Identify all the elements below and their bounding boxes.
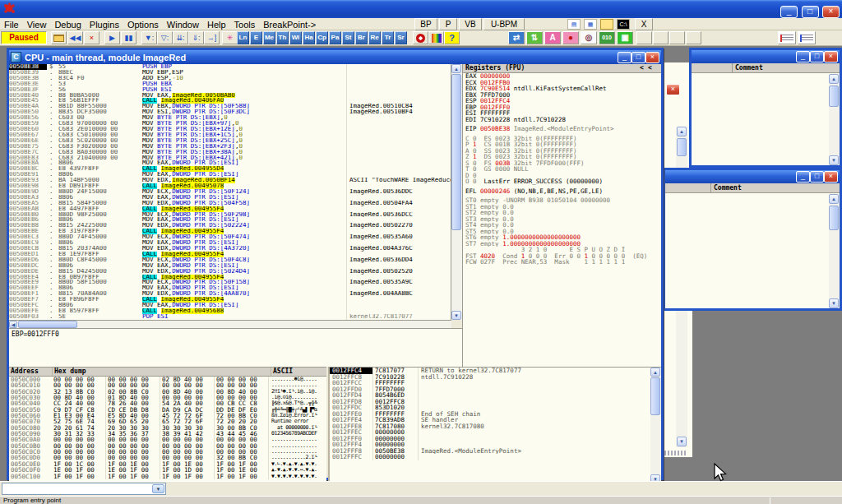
log-list-button[interactable] (778, 31, 796, 44)
register-line[interactable]: C 0 ES 0023 32bit 0(FFFFFFFF) (463, 136, 661, 142)
close-icon[interactable]: × (824, 51, 838, 62)
restore-button[interactable]: □ (810, 171, 824, 183)
register-line[interactable]: EDI 7C910228 ntdll.7C910228 (463, 117, 661, 123)
disasm-row[interactable]: 0050BE59.C683 97000000 00MOV BYTE PTR DS… (9, 121, 451, 127)
stack-row[interactable]: 0012FFD80012FFC8 (330, 399, 661, 405)
swap-button[interactable]: ⇄ (508, 31, 525, 44)
disasm-row[interactable]: 0050BEB8.8B15 24225000MOV EDX,DWORD PTR … (9, 223, 451, 229)
matrix-button[interactable]: 010 (599, 31, 615, 44)
register-line[interactable]: EFL 00000246 (NO,NB,E,BE,NS,PE,GE,LE) (463, 188, 661, 195)
register-line[interactable]: D 0 (463, 173, 661, 179)
scrollbar[interactable]: ▲ ▼ (829, 74, 840, 165)
stack-row[interactable]: 0012FFCCFFFFFFFF (330, 380, 661, 386)
disasm-row[interactable]: 0050BECB.8B15 20374A00MOV EDX,DWORD PTR … (9, 246, 451, 252)
disasm-row[interactable]: 0050BE60.C683 2E010000 00MOV BYTE PTR DS… (9, 127, 451, 132)
disasm-row[interactable]: 0050BE98.E8 DB91F8FFCALL ImageRed.004950… (9, 183, 451, 189)
minimize-button[interactable]: _ (780, 6, 798, 18)
pane-button-wi[interactable]: Wi (289, 31, 302, 44)
dump-row[interactable]: 0050C1001F 00 1F 001F 00 1F 001F 00 1F 0… (9, 474, 326, 479)
disasm-row[interactable]: 0050BEE9.8B0D 58F15000MOV ECX,DWORD PTR … (9, 280, 451, 285)
scroll-down-icon[interactable]: ▼ (451, 311, 461, 320)
info-pane[interactable]: EBP=0012FFF0 (9, 328, 462, 367)
pane-button-th[interactable]: Th (276, 31, 289, 44)
scroll-down-icon[interactable]: ▼ (650, 474, 660, 481)
disasm-row[interactable]: 0050BEA3.8B06MOV EAX,DWORD PTR DS:[ESI] (9, 195, 451, 201)
disasm-row[interactable]: 0050BEDC.8B06MOV EAX,DWORD PTR DS:[ESI] (9, 263, 451, 269)
pane-button-tr[interactable]: Tr (382, 31, 394, 44)
register-line[interactable]: ST2 empty 0.0 (463, 210, 661, 216)
pane-button-cp[interactable]: Cp (316, 31, 328, 44)
register-line[interactable]: EDX 7C90E514 ntdll.KiFastSystemCallRet (463, 86, 661, 92)
register-line[interactable]: Z 1 DS 0023 32bit 0(FFFFFFFF) (463, 154, 661, 160)
pane-button-br[interactable]: Br (355, 31, 368, 44)
stack-pane[interactable]: 0012FFC47C817077RETURN to kernel32.7C817… (328, 367, 661, 481)
blank-button[interactable] (653, 31, 669, 44)
cpu-minimize-button[interactable]: _ (618, 52, 632, 63)
register-line[interactable]: FCW 027F Prec NEAR,53 Mask 1 1 1 1 1 1 (463, 259, 661, 266)
scroll-up-icon[interactable]: ▲ (829, 74, 839, 84)
help-button[interactable]: ? (444, 31, 460, 44)
maximize-button[interactable]: □ (802, 6, 819, 18)
scroll-up-icon[interactable]: ▲ (677, 127, 687, 136)
pane-button-ha[interactable]: Ha (303, 31, 315, 44)
disasm-row[interactable]: 0050BEB0.8B0D 98F25000MOV ECX,DWORD PTR … (9, 212, 451, 218)
register-line[interactable]: ST0 empty -UNORM B938 01050104 00000000 (463, 197, 661, 204)
stack-row[interactable]: 0012FFE47C839AD8SE handler (330, 417, 661, 423)
dump-row[interactable]: 0050C00000 00 00 0000 00 00 0002 8D 40 0… (9, 377, 326, 382)
folder-icon[interactable] (600, 19, 613, 30)
disasm-row[interactable]: 0050BE38$55PUSH EBP (9, 64, 451, 70)
menu-file[interactable]: File (0, 20, 23, 30)
dump-row[interactable]: 0050C09030 31 32 3334 35 36 3738 39 41 4… (9, 431, 326, 437)
stack-row[interactable]: 0012FFF400000000 (330, 442, 661, 448)
stack-row[interactable]: 0012FFF80050BE38ImageRed.<ModuleEntryPoi… (330, 448, 661, 455)
register-line[interactable]: S 0 FS 003B 32bit 7FFDF000(FFF) (463, 160, 661, 167)
register-line[interactable]: T 0 GS 0000 NULL (463, 166, 661, 173)
register-line[interactable]: EAX 00000000 (463, 73, 661, 80)
cpu-restore-button[interactable]: □ (632, 52, 645, 63)
dump-row[interactable]: 0050C02032 13 8B C002 00 8B C000 8D 40 0… (9, 389, 326, 395)
disasm-row[interactable]: 0050BEAB.E8 4497F8FFCALL ImageRed.004955… (9, 206, 451, 212)
stack-row[interactable]: 0012FFDC853D1020 (330, 405, 661, 411)
updown-button[interactable]: ⇅ (526, 31, 543, 44)
register-line[interactable]: EBP 0012FFF0 (463, 104, 661, 111)
register-line[interactable]: ST5 empty 0.0 (463, 229, 661, 235)
disasm-row[interactable]: 0050BEFC.8B06MOV EAX,DWORD PTR DS:[ESI] (9, 303, 451, 308)
menu-debug[interactable]: Debug (50, 20, 85, 30)
stack-row[interactable]: 0012FFD07FFD7000 (330, 386, 661, 393)
register-line[interactable]: P 1 CS 001B 32bit 0(FFFFFFFF) (463, 141, 661, 148)
dump-row[interactable]: 0050C08020 20 61 7420 30 30 3030 30 30 3… (9, 425, 326, 431)
registers-prev2-icon[interactable]: < (648, 64, 656, 72)
register-line[interactable]: ST4 empty 0.0 (463, 222, 661, 229)
disasm-row[interactable]: 0050BEBE.E8 3197F8FFCALL ImageRed.004955… (9, 229, 451, 234)
stack-row[interactable]: 0012FFC87C910228ntdll.7C910228 (330, 374, 661, 381)
disasm-row[interactable]: 0050BE6E.C683 5C020000 00MOV BYTE PTR DS… (9, 138, 451, 144)
minimize-button[interactable]: _ (796, 51, 810, 62)
dump-row[interactable]: 0050C0C000 00 00 0000 00 00 0000 00 00 0… (9, 449, 326, 455)
menu-breakpoint[interactable]: BreakPoint-> (259, 20, 320, 30)
ascii-table-button[interactable]: A (544, 31, 561, 44)
disassembly-hscrollbar[interactable]: ◀ (9, 320, 451, 328)
disasm-row[interactable]: 0050BE93.BA 14BF5000MOV EDX,ImageRed.005… (9, 178, 451, 183)
disasm-row[interactable]: 0050BEC3.8B0D 74F45000MOV ECX,DWORD PTR … (9, 234, 451, 240)
register-line[interactable]: ESP 0012FFC4 (463, 98, 661, 104)
disasm-row[interactable]: 0050BE40.B8 B0BA5000MOV EAX,ImageRed.005… (9, 93, 451, 99)
disasm-row[interactable]: 0050BEDE.8B15 D4245000MOV EDX,DWORD PTR … (9, 269, 451, 275)
scroll-left-icon[interactable]: ◀ (9, 321, 17, 328)
disasm-row[interactable]: 0050BE39.8BECMOV EBP,ESP (9, 70, 451, 76)
target-button[interactable]: ● (562, 31, 579, 44)
pane-button-me[interactable]: Me (263, 31, 275, 44)
dump-row[interactable]: 0050C03000 8D 40 0001 8D 40 0000 00 00 0… (9, 395, 326, 400)
scroll-down-icon[interactable]: ▼ (829, 155, 839, 165)
register-line[interactable]: EIP 0050BE38 ImageRed.<ModuleEntryPoint> (463, 126, 661, 132)
dump-row[interactable]: 0050C07052 75 6E 7469 6D 65 2065 72 72 6… (9, 418, 326, 424)
pane-button-e[interactable]: E (250, 31, 262, 44)
dump-row[interactable]: 0050C0F01E 00 1F 001E 00 1F 001F 00 1D 0… (9, 467, 326, 473)
stack-row[interactable]: 0012FFC47C817077RETURN to kernel32.7C817… (330, 368, 661, 374)
menu-close-button[interactable]: X (635, 18, 653, 30)
register-line[interactable]: ESI FFFFFFFF (463, 110, 661, 117)
pane-button-ln[interactable]: Ln (237, 31, 249, 44)
dump-row[interactable]: 0050C0B000 00 00 0000 00 00 0000 00 00 0… (9, 443, 326, 449)
go-to-button[interactable]: ✳ (222, 31, 238, 44)
p-button[interactable]: P (439, 18, 457, 30)
disasm-row[interactable]: 0050BE4A.8B1D 88F55000MOV EBX,DWORD PTR … (9, 104, 451, 109)
